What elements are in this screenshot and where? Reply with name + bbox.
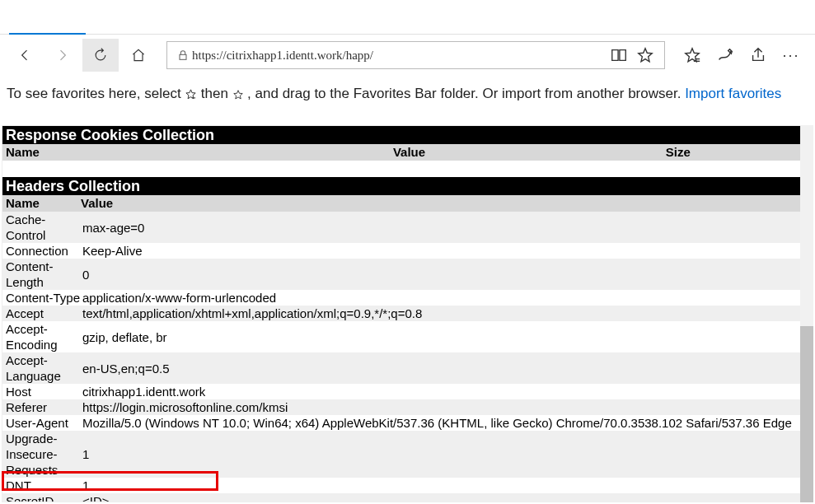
- reading-view-icon[interactable]: [610, 46, 628, 64]
- header-value: 1: [81, 478, 813, 493]
- share-icon[interactable]: [749, 46, 767, 64]
- favorites-bar-message: To see favorites here, select then , and…: [0, 76, 815, 114]
- vertical-scrollbar[interactable]: [800, 125, 813, 502]
- active-tab-indicator: [9, 33, 86, 35]
- more-icon[interactable]: ···: [782, 46, 800, 64]
- col-value: Value: [81, 195, 813, 212]
- header-value: 0: [81, 267, 813, 282]
- star-icon: [185, 86, 200, 100]
- fav-text-suffix: , and drag to the Favorites Bar folder. …: [247, 86, 685, 101]
- header-value: max-age=0: [81, 220, 813, 236]
- browser-toolbar: ···: [0, 35, 815, 76]
- header-value: application/x-www-form-urlencoded: [81, 290, 813, 306]
- favorite-star-icon[interactable]: [636, 46, 654, 64]
- table-row: SecretID<ID>: [2, 493, 813, 502]
- headers-section-title: Headers Collection: [2, 177, 813, 195]
- scrollbar-thumb[interactable]: [800, 326, 813, 502]
- col-size: Size: [544, 144, 813, 161]
- home-button[interactable]: [120, 39, 157, 72]
- table-row: DNT1: [2, 478, 813, 493]
- favorites-list-icon[interactable]: [683, 46, 701, 64]
- header-value: en-US,en;q=0.5: [81, 361, 813, 376]
- col-name: Name: [2, 144, 274, 161]
- page-content: Response Cookies Collection Name Value S…: [2, 125, 813, 502]
- header-name: Content-Type: [2, 290, 81, 306]
- refresh-button[interactable]: [82, 39, 119, 72]
- header-value: gzip, deflate, br: [81, 329, 813, 345]
- ink-icon[interactable]: [716, 46, 734, 64]
- cookies-section-title: Response Cookies Collection: [2, 126, 813, 144]
- col-name: Name: [2, 195, 81, 212]
- header-value: text/html,application/xhtml+xml,applicat…: [81, 306, 813, 321]
- import-favorites-link[interactable]: Import favorites: [685, 86, 781, 101]
- headers-header-row: Name Value: [2, 195, 813, 212]
- header-name: SecretID: [2, 493, 81, 502]
- table-row: Content-Typeapplication/x-www-form-urlen…: [2, 290, 813, 306]
- header-name: Accept-Language: [2, 352, 81, 384]
- header-value: https://login.microsoftonline.com/kmsi: [81, 399, 813, 415]
- header-name: Host: [2, 384, 81, 399]
- lock-icon: [174, 49, 192, 62]
- table-row: Accept-Encodinggzip, deflate, br: [2, 321, 813, 352]
- star-icon: [232, 86, 247, 100]
- header-value: <ID>: [81, 493, 813, 502]
- table-row: Refererhttps://login.microsoftonline.com…: [2, 399, 813, 415]
- header-value: Mozilla/5.0 (Windows NT 10.0; Win64; x64…: [81, 415, 813, 431]
- header-value: Keep-Alive: [81, 243, 813, 259]
- tab-strip: [0, 0, 815, 35]
- table-row: User-AgentMozilla/5.0 (Windows NT 10.0; …: [2, 415, 813, 431]
- forward-button[interactable]: [44, 39, 81, 72]
- header-name: Content-Length: [2, 259, 81, 290]
- col-value: Value: [274, 144, 543, 161]
- header-name: User-Agent: [2, 415, 81, 431]
- fav-text-mid: then: [201, 86, 232, 101]
- table-row: Content-Length0: [2, 259, 813, 290]
- back-button[interactable]: [7, 39, 43, 72]
- url-input[interactable]: [192, 49, 610, 63]
- table-row: Hostcitrixhapp1.identt.work: [2, 384, 813, 399]
- table-row: Accepttext/html,application/xhtml+xml,ap…: [2, 306, 813, 321]
- toolbar-right-icons: ···: [675, 46, 808, 64]
- header-name: DNT: [2, 478, 81, 493]
- header-name: Accept: [2, 306, 81, 321]
- header-name: Accept-Encoding: [2, 321, 81, 352]
- header-name: Connection: [2, 243, 81, 259]
- header-name: Referer: [2, 399, 81, 415]
- cookies-header-row: Name Value Size: [2, 144, 813, 161]
- table-row: Upgrade-Insecure-Requests1: [2, 431, 813, 478]
- table-row: Cache-Controlmax-age=0: [2, 212, 813, 243]
- address-bar[interactable]: [166, 41, 665, 69]
- table-row: Accept-Languageen-US,en;q=0.5: [2, 352, 813, 384]
- header-name: Upgrade-Insecure-Requests: [2, 431, 81, 478]
- table-row: ConnectionKeep-Alive: [2, 243, 813, 259]
- header-value: citrixhapp1.identt.work: [81, 384, 813, 399]
- header-name: Cache-Control: [2, 212, 81, 243]
- header-value: 1: [81, 446, 813, 462]
- svg-rect-0: [180, 54, 186, 59]
- fav-text-prefix: To see favorites here, select: [7, 86, 185, 101]
